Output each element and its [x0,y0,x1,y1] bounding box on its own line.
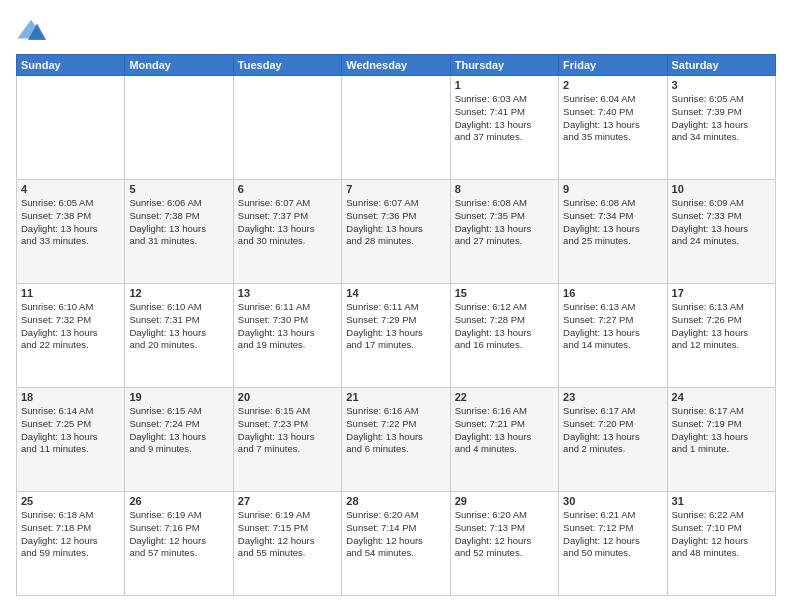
calendar-cell: 5Sunrise: 6:06 AM Sunset: 7:38 PM Daylig… [125,180,233,284]
day-header-sunday: Sunday [17,55,125,76]
day-number: 4 [21,183,120,195]
calendar-cell: 1Sunrise: 6:03 AM Sunset: 7:41 PM Daylig… [450,76,558,180]
day-number: 10 [672,183,771,195]
day-info: Sunrise: 6:19 AM Sunset: 7:16 PM Dayligh… [129,509,228,560]
day-info: Sunrise: 6:10 AM Sunset: 7:32 PM Dayligh… [21,301,120,352]
day-number: 20 [238,391,337,403]
calendar-cell: 24Sunrise: 6:17 AM Sunset: 7:19 PM Dayli… [667,388,775,492]
day-info: Sunrise: 6:05 AM Sunset: 7:39 PM Dayligh… [672,93,771,144]
day-number: 2 [563,79,662,91]
page: SundayMondayTuesdayWednesdayThursdayFrid… [0,0,792,612]
day-info: Sunrise: 6:18 AM Sunset: 7:18 PM Dayligh… [21,509,120,560]
day-number: 26 [129,495,228,507]
calendar-cell: 17Sunrise: 6:13 AM Sunset: 7:26 PM Dayli… [667,284,775,388]
day-header-wednesday: Wednesday [342,55,450,76]
day-info: Sunrise: 6:15 AM Sunset: 7:24 PM Dayligh… [129,405,228,456]
day-info: Sunrise: 6:16 AM Sunset: 7:21 PM Dayligh… [455,405,554,456]
day-info: Sunrise: 6:04 AM Sunset: 7:40 PM Dayligh… [563,93,662,144]
day-info: Sunrise: 6:12 AM Sunset: 7:28 PM Dayligh… [455,301,554,352]
calendar-cell: 18Sunrise: 6:14 AM Sunset: 7:25 PM Dayli… [17,388,125,492]
calendar-cell: 4Sunrise: 6:05 AM Sunset: 7:38 PM Daylig… [17,180,125,284]
day-number: 13 [238,287,337,299]
calendar-cell: 6Sunrise: 6:07 AM Sunset: 7:37 PM Daylig… [233,180,341,284]
day-header-thursday: Thursday [450,55,558,76]
day-number: 21 [346,391,445,403]
day-info: Sunrise: 6:15 AM Sunset: 7:23 PM Dayligh… [238,405,337,456]
day-info: Sunrise: 6:06 AM Sunset: 7:38 PM Dayligh… [129,197,228,248]
calendar-cell: 31Sunrise: 6:22 AM Sunset: 7:10 PM Dayli… [667,492,775,596]
day-info: Sunrise: 6:09 AM Sunset: 7:33 PM Dayligh… [672,197,771,248]
calendar-cell: 27Sunrise: 6:19 AM Sunset: 7:15 PM Dayli… [233,492,341,596]
day-info: Sunrise: 6:13 AM Sunset: 7:26 PM Dayligh… [672,301,771,352]
day-info: Sunrise: 6:07 AM Sunset: 7:37 PM Dayligh… [238,197,337,248]
week-row-2: 11Sunrise: 6:10 AM Sunset: 7:32 PM Dayli… [17,284,776,388]
calendar-cell: 30Sunrise: 6:21 AM Sunset: 7:12 PM Dayli… [559,492,667,596]
day-info: Sunrise: 6:05 AM Sunset: 7:38 PM Dayligh… [21,197,120,248]
calendar-cell: 28Sunrise: 6:20 AM Sunset: 7:14 PM Dayli… [342,492,450,596]
day-number: 22 [455,391,554,403]
calendar-cell: 16Sunrise: 6:13 AM Sunset: 7:27 PM Dayli… [559,284,667,388]
day-info: Sunrise: 6:07 AM Sunset: 7:36 PM Dayligh… [346,197,445,248]
calendar-cell [233,76,341,180]
calendar-cell: 3Sunrise: 6:05 AM Sunset: 7:39 PM Daylig… [667,76,775,180]
day-info: Sunrise: 6:16 AM Sunset: 7:22 PM Dayligh… [346,405,445,456]
calendar-header-row: SundayMondayTuesdayWednesdayThursdayFrid… [17,55,776,76]
day-number: 15 [455,287,554,299]
calendar-cell: 2Sunrise: 6:04 AM Sunset: 7:40 PM Daylig… [559,76,667,180]
day-info: Sunrise: 6:17 AM Sunset: 7:20 PM Dayligh… [563,405,662,456]
day-info: Sunrise: 6:20 AM Sunset: 7:14 PM Dayligh… [346,509,445,560]
calendar-body: 1Sunrise: 6:03 AM Sunset: 7:41 PM Daylig… [17,76,776,596]
day-info: Sunrise: 6:10 AM Sunset: 7:31 PM Dayligh… [129,301,228,352]
day-number: 31 [672,495,771,507]
day-info: Sunrise: 6:11 AM Sunset: 7:30 PM Dayligh… [238,301,337,352]
week-row-0: 1Sunrise: 6:03 AM Sunset: 7:41 PM Daylig… [17,76,776,180]
calendar-cell [125,76,233,180]
day-number: 7 [346,183,445,195]
calendar-cell: 26Sunrise: 6:19 AM Sunset: 7:16 PM Dayli… [125,492,233,596]
calendar-cell: 23Sunrise: 6:17 AM Sunset: 7:20 PM Dayli… [559,388,667,492]
day-number: 18 [21,391,120,403]
calendar-cell: 19Sunrise: 6:15 AM Sunset: 7:24 PM Dayli… [125,388,233,492]
day-info: Sunrise: 6:08 AM Sunset: 7:35 PM Dayligh… [455,197,554,248]
day-number: 25 [21,495,120,507]
day-info: Sunrise: 6:19 AM Sunset: 7:15 PM Dayligh… [238,509,337,560]
calendar-cell: 20Sunrise: 6:15 AM Sunset: 7:23 PM Dayli… [233,388,341,492]
calendar-cell: 8Sunrise: 6:08 AM Sunset: 7:35 PM Daylig… [450,180,558,284]
logo-icon [16,16,46,46]
day-number: 28 [346,495,445,507]
day-number: 27 [238,495,337,507]
day-number: 9 [563,183,662,195]
day-number: 23 [563,391,662,403]
logo [16,16,50,46]
day-header-saturday: Saturday [667,55,775,76]
calendar-cell: 10Sunrise: 6:09 AM Sunset: 7:33 PM Dayli… [667,180,775,284]
day-number: 24 [672,391,771,403]
header [16,16,776,46]
calendar-cell: 12Sunrise: 6:10 AM Sunset: 7:31 PM Dayli… [125,284,233,388]
day-header-friday: Friday [559,55,667,76]
day-info: Sunrise: 6:14 AM Sunset: 7:25 PM Dayligh… [21,405,120,456]
day-number: 17 [672,287,771,299]
day-number: 8 [455,183,554,195]
day-info: Sunrise: 6:03 AM Sunset: 7:41 PM Dayligh… [455,93,554,144]
calendar-cell: 13Sunrise: 6:11 AM Sunset: 7:30 PM Dayli… [233,284,341,388]
day-number: 16 [563,287,662,299]
day-info: Sunrise: 6:13 AM Sunset: 7:27 PM Dayligh… [563,301,662,352]
day-info: Sunrise: 6:22 AM Sunset: 7:10 PM Dayligh… [672,509,771,560]
calendar-cell: 11Sunrise: 6:10 AM Sunset: 7:32 PM Dayli… [17,284,125,388]
day-number: 1 [455,79,554,91]
day-number: 11 [21,287,120,299]
week-row-1: 4Sunrise: 6:05 AM Sunset: 7:38 PM Daylig… [17,180,776,284]
day-number: 5 [129,183,228,195]
day-header-tuesday: Tuesday [233,55,341,76]
calendar-cell [17,76,125,180]
day-number: 6 [238,183,337,195]
calendar-cell: 21Sunrise: 6:16 AM Sunset: 7:22 PM Dayli… [342,388,450,492]
calendar-table: SundayMondayTuesdayWednesdayThursdayFrid… [16,54,776,596]
day-number: 12 [129,287,228,299]
day-info: Sunrise: 6:11 AM Sunset: 7:29 PM Dayligh… [346,301,445,352]
week-row-3: 18Sunrise: 6:14 AM Sunset: 7:25 PM Dayli… [17,388,776,492]
day-header-monday: Monday [125,55,233,76]
calendar-cell: 25Sunrise: 6:18 AM Sunset: 7:18 PM Dayli… [17,492,125,596]
calendar-cell: 22Sunrise: 6:16 AM Sunset: 7:21 PM Dayli… [450,388,558,492]
